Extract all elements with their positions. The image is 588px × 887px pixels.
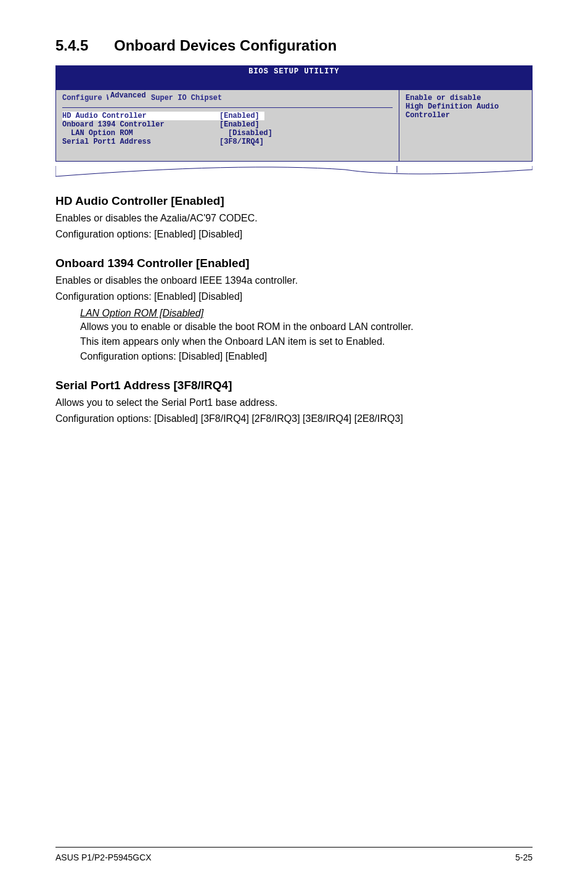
page-footer: ASUS P1/P2-P5945GCX 5-25 <box>55 847 533 862</box>
text-hd-audio-desc: Enables or disables the Azalia/AC'97 COD… <box>55 212 533 225</box>
text-1394-opts: Configuration options: [Enabled] [Disabl… <box>55 290 533 303</box>
bios-body: Configure Win627EHG Super IO Chipset HD … <box>56 90 532 161</box>
text-lan-rom-l2: This item appears only when the Onboard … <box>80 335 533 349</box>
section-heading: 5.4.5Onboard Devices Configuration <box>55 37 533 54</box>
bios-header: BIOS SETUP UTILITY <box>56 66 532 80</box>
text-lan-rom-l3: Configuration options: [Disabled] [Enabl… <box>80 350 533 363</box>
bios-cutoff-graphic <box>55 166 533 179</box>
bios-row-label: Onboard 1394 Controller <box>62 120 219 129</box>
bios-row-value: [Disabled] <box>228 129 272 138</box>
bios-help-line: High Definition Audio <box>406 102 526 111</box>
heading-serial: Serial Port1 Address [3F8/IRQ4] <box>55 379 533 392</box>
bios-tab-row: Advanced <box>56 80 532 90</box>
text-hd-audio-opts: Configuration options: [Enabled] [Disabl… <box>55 228 533 241</box>
bios-screenshot: BIOS SETUP UTILITY Advanced Configure Wi… <box>55 65 533 162</box>
bios-row-1394[interactable]: Onboard 1394 Controller [Enabled] <box>62 120 393 129</box>
bios-row-serial[interactable]: Serial Port1 Address [3F8/IRQ4] <box>62 138 393 146</box>
text-1394-desc: Enables or disables the onboard IEEE 139… <box>55 274 533 287</box>
bios-help-line: Controller <box>406 111 526 120</box>
heading-hd-audio: HD Audio Controller [Enabled] <box>55 194 533 208</box>
bios-row-label: HD Audio Controller <box>62 112 219 120</box>
footer-right: 5-25 <box>515 852 533 862</box>
bios-row-value: [Enabled] <box>219 112 259 120</box>
section-number: 5.4.5 <box>55 37 114 54</box>
section-title-text: Onboard Devices Configuration <box>114 37 337 54</box>
lan-rom-block: LAN Option ROM [Disabled] Allows you to … <box>80 308 533 364</box>
bios-left-panel: Configure Win627EHG Super IO Chipset HD … <box>56 90 399 161</box>
bios-divider <box>62 107 393 108</box>
heading-lan-rom: LAN Option ROM [Disabled] <box>80 308 533 319</box>
bios-row-label: LAN Option ROM <box>62 129 228 138</box>
footer-left: ASUS P1/P2-P5945GCX <box>55 852 152 862</box>
bios-header-title: BIOS SETUP UTILITY <box>248 67 340 76</box>
text-serial-l1: Allows you to select the Serial Port1 ba… <box>55 396 533 410</box>
bios-row-value: [3F8/IRQ4] <box>219 138 264 146</box>
text-serial-l2: Configuration options: [Disabled] [3F8/I… <box>55 412 533 426</box>
bios-help-line: Enable or disable <box>406 94 526 102</box>
bios-row-value: [Enabled] <box>219 120 259 129</box>
bios-help-panel: Enable or disable High Definition Audio … <box>399 90 532 161</box>
bios-row-lan-rom[interactable]: LAN Option ROM [Disabled] <box>62 129 393 138</box>
heading-1394: Onboard 1394 Controller [Enabled] <box>55 257 533 270</box>
bios-row-label: Serial Port1 Address <box>62 138 219 146</box>
bios-row-hd-audio[interactable]: HD Audio Controller [Enabled] <box>62 112 264 120</box>
text-lan-rom-l1: Allows you to enable or disable the boot… <box>80 320 533 334</box>
bios-tab-advanced: Advanced <box>108 91 148 100</box>
